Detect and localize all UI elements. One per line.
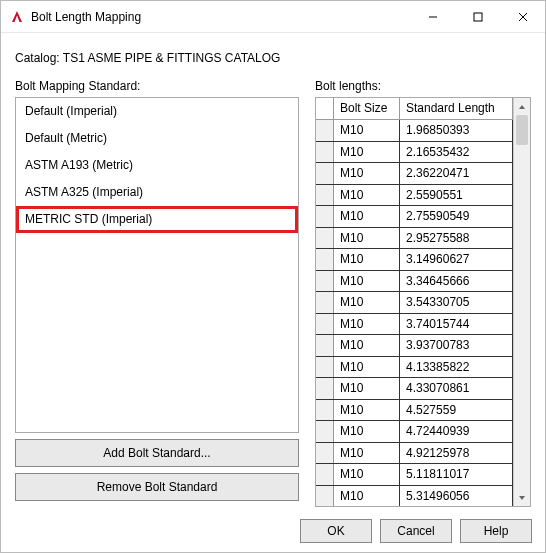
- row-header[interactable]: [316, 292, 334, 313]
- cell-stdlen[interactable]: 5.31496056: [400, 486, 513, 507]
- cell-size[interactable]: M10: [334, 486, 400, 507]
- cell-stdlen[interactable]: 2.75590549: [400, 206, 513, 227]
- close-button[interactable]: [500, 2, 545, 32]
- row-header[interactable]: [316, 185, 334, 206]
- table-row[interactable]: M104.13385822: [316, 357, 513, 379]
- table-row[interactable]: M103.74015744: [316, 314, 513, 336]
- cell-stdlen[interactable]: 4.13385822: [400, 357, 513, 378]
- row-header[interactable]: [316, 464, 334, 485]
- cell-stdlen[interactable]: 1.96850393: [400, 120, 513, 141]
- lengths-table[interactable]: Bolt Size Standard Length M101.96850393M…: [315, 97, 531, 507]
- table-row[interactable]: M103.93700783: [316, 335, 513, 357]
- scroll-thumb[interactable]: [516, 115, 528, 145]
- scroll-up-button[interactable]: [514, 98, 530, 115]
- table-row[interactable]: M102.95275588: [316, 228, 513, 250]
- cell-size[interactable]: M10: [334, 421, 400, 442]
- column-header-stdlen[interactable]: Standard Length: [400, 98, 513, 119]
- standards-item[interactable]: Default (Metric): [16, 125, 298, 152]
- standards-item[interactable]: ASTM A325 (Imperial): [16, 179, 298, 206]
- cell-size[interactable]: M10: [334, 142, 400, 163]
- cell-stdlen[interactable]: 3.93700783: [400, 335, 513, 356]
- ok-button[interactable]: OK: [300, 519, 372, 543]
- cell-size[interactable]: M10: [334, 249, 400, 270]
- cell-stdlen[interactable]: 3.74015744: [400, 314, 513, 335]
- cell-stdlen[interactable]: 4.72440939: [400, 421, 513, 442]
- standards-item[interactable]: Default (Imperial): [16, 98, 298, 125]
- cell-stdlen[interactable]: 4.33070861: [400, 378, 513, 399]
- remove-bolt-standard-button[interactable]: Remove Bolt Standard: [15, 473, 299, 501]
- cell-size[interactable]: M10: [334, 400, 400, 421]
- standards-listbox[interactable]: Default (Imperial)Default (Metric)ASTM A…: [15, 97, 299, 433]
- cell-stdlen[interactable]: 2.36220471: [400, 163, 513, 184]
- column-header-size[interactable]: Bolt Size: [334, 98, 400, 119]
- row-header[interactable]: [316, 249, 334, 270]
- catalog-value: TS1 ASME PIPE & FITTINGS CATALOG: [63, 51, 281, 65]
- vertical-scrollbar[interactable]: [513, 98, 530, 506]
- table-row[interactable]: M103.34645666: [316, 271, 513, 293]
- cell-size[interactable]: M10: [334, 185, 400, 206]
- cell-stdlen[interactable]: 2.16535432: [400, 142, 513, 163]
- cell-size[interactable]: M10: [334, 292, 400, 313]
- row-header[interactable]: [316, 486, 334, 507]
- cell-size[interactable]: M10: [334, 464, 400, 485]
- table-row[interactable]: M102.16535432: [316, 142, 513, 164]
- svg-marker-5: [519, 496, 525, 500]
- scroll-track[interactable]: [514, 115, 530, 489]
- row-header[interactable]: [316, 378, 334, 399]
- row-header[interactable]: [316, 142, 334, 163]
- row-header-corner: [316, 98, 334, 119]
- table-row[interactable]: M101.96850393: [316, 120, 513, 142]
- maximize-button[interactable]: [455, 2, 500, 32]
- row-header[interactable]: [316, 120, 334, 141]
- cell-stdlen[interactable]: 3.34645666: [400, 271, 513, 292]
- table-row[interactable]: M102.36220471: [316, 163, 513, 185]
- cell-size[interactable]: M10: [334, 206, 400, 227]
- table-row[interactable]: M102.5590551: [316, 185, 513, 207]
- cell-stdlen[interactable]: 4.92125978: [400, 443, 513, 464]
- table-row[interactable]: M104.33070861: [316, 378, 513, 400]
- row-header[interactable]: [316, 206, 334, 227]
- cell-stdlen[interactable]: 5.11811017: [400, 464, 513, 485]
- table-row[interactable]: M104.527559: [316, 400, 513, 422]
- cancel-button[interactable]: Cancel: [380, 519, 452, 543]
- table-row[interactable]: M105.31496056: [316, 486, 513, 507]
- row-header[interactable]: [316, 228, 334, 249]
- standards-item[interactable]: METRIC STD (Imperial): [16, 206, 298, 233]
- standards-item[interactable]: ASTM A193 (Metric): [16, 152, 298, 179]
- cell-size[interactable]: M10: [334, 335, 400, 356]
- cell-size[interactable]: M10: [334, 228, 400, 249]
- standards-label: Bolt Mapping Standard:: [15, 79, 299, 93]
- add-bolt-standard-button[interactable]: Add Bolt Standard...: [15, 439, 299, 467]
- table-row[interactable]: M103.54330705: [316, 292, 513, 314]
- table-row[interactable]: M104.72440939: [316, 421, 513, 443]
- catalog-label-row: Catalog: TS1 ASME PIPE & FITTINGS CATALO…: [15, 51, 531, 65]
- table-row[interactable]: M103.14960627: [316, 249, 513, 271]
- row-header[interactable]: [316, 400, 334, 421]
- cell-stdlen[interactable]: 2.5590551: [400, 185, 513, 206]
- cell-stdlen[interactable]: 3.14960627: [400, 249, 513, 270]
- row-header[interactable]: [316, 357, 334, 378]
- row-header[interactable]: [316, 335, 334, 356]
- table-row[interactable]: M104.92125978: [316, 443, 513, 465]
- cell-size[interactable]: M10: [334, 443, 400, 464]
- row-header[interactable]: [316, 443, 334, 464]
- table-row[interactable]: M102.75590549: [316, 206, 513, 228]
- row-header[interactable]: [316, 163, 334, 184]
- cell-size[interactable]: M10: [334, 314, 400, 335]
- row-header[interactable]: [316, 314, 334, 335]
- cell-stdlen[interactable]: 4.527559: [400, 400, 513, 421]
- cell-size[interactable]: M10: [334, 120, 400, 141]
- cell-stdlen[interactable]: 2.95275588: [400, 228, 513, 249]
- minimize-button[interactable]: [410, 2, 455, 32]
- row-header[interactable]: [316, 271, 334, 292]
- cell-size[interactable]: M10: [334, 163, 400, 184]
- cell-stdlen[interactable]: 3.54330705: [400, 292, 513, 313]
- cell-size[interactable]: M10: [334, 271, 400, 292]
- help-button[interactable]: Help: [460, 519, 532, 543]
- table-row[interactable]: M105.11811017: [316, 464, 513, 486]
- cell-size[interactable]: M10: [334, 378, 400, 399]
- scroll-down-button[interactable]: [514, 489, 530, 506]
- dialog-footer: OK Cancel Help: [300, 519, 532, 543]
- row-header[interactable]: [316, 421, 334, 442]
- cell-size[interactable]: M10: [334, 357, 400, 378]
